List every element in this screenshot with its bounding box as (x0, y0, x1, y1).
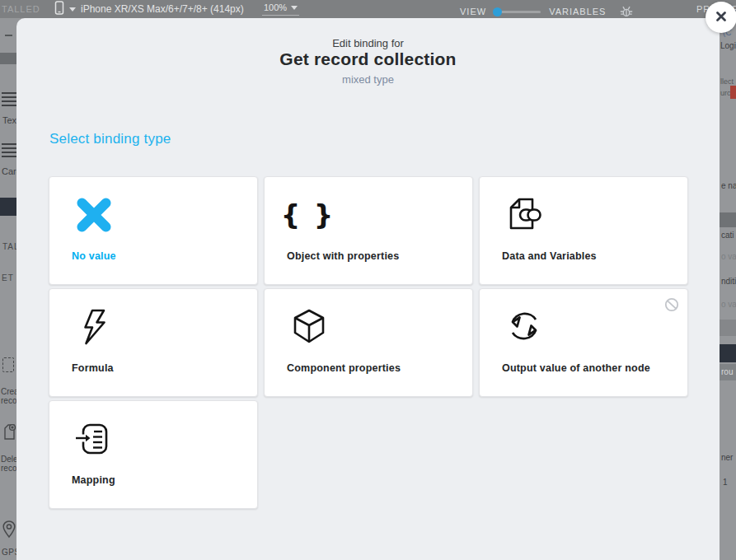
fragment-dark-row (0, 198, 16, 216)
gps-pin-icon (2, 520, 16, 542)
chevron-down-icon (69, 7, 76, 12)
binding-card-label: Formula (72, 362, 114, 374)
binding-card-output-value-of-another-node[interactable]: Output value of another node (479, 288, 688, 397)
view-label: VIEW (460, 7, 486, 16)
text-node-icon (2, 92, 16, 106)
fragment-rou: rou (721, 367, 733, 376)
variables-label: VARIABLES (549, 7, 606, 16)
fragment-dark-row (720, 344, 736, 362)
binding-card-label: No value (72, 250, 116, 262)
fragment-llect: llect (720, 77, 734, 86)
cycle-arrows-icon (501, 304, 547, 350)
close-icon (715, 10, 728, 26)
fragment-cati: cati (721, 231, 734, 240)
debug-bug-icon[interactable] (619, 4, 634, 19)
cube-icon (286, 304, 332, 350)
phone-icon (54, 1, 64, 18)
braces-icon: { } (286, 192, 332, 238)
binding-card-label: Object with properties (287, 250, 399, 262)
gps-label: GPS (2, 548, 16, 557)
binding-card-label: Data and Variables (502, 250, 597, 262)
zoom-value: 100% (264, 2, 287, 12)
binding-card-label: Output value of another node (502, 362, 650, 374)
fragment-ner: ner (721, 453, 733, 462)
not-available-icon (664, 297, 679, 315)
dimmed-left-panel: Tex Card TAL ET Creat recor Delet recor … (0, 18, 16, 560)
section-fragment-et: ET (2, 273, 14, 282)
node-label-text: Tex (2, 115, 16, 125)
fragment-logi: Logi (720, 41, 736, 50)
fragment-no-value-1: o val (721, 252, 736, 261)
view-variables-toggle[interactable] (495, 11, 541, 13)
zoom-selector[interactable]: 100% (262, 2, 299, 16)
modal-eyebrow: Edit binding for (16, 37, 720, 49)
x-icon (71, 192, 117, 238)
binding-card-object-with-properties[interactable]: { } Object with properties (264, 176, 473, 285)
toolbar-clipped-left-label: TALLED (2, 4, 40, 14)
binding-card-formula[interactable]: Formula (49, 288, 258, 397)
binding-card-mapping[interactable]: Mapping (49, 400, 258, 509)
fragment-nditi: nditi (721, 277, 736, 286)
fragment-row (720, 212, 736, 227)
binding-card-component-properties[interactable]: Component properties (264, 288, 473, 397)
fragment-no-value-2: o val (721, 300, 736, 309)
binding-card-label: Component properties (287, 362, 401, 374)
create-record-label-1: Creat (1, 387, 16, 396)
edit-binding-modal: Edit binding for Get record collection m… (16, 18, 720, 560)
toolbar-right-group: VIEW VARIABLES (460, 4, 634, 19)
fragment-row (0, 53, 16, 64)
toggle-dot (493, 7, 502, 16)
mapping-icon (71, 416, 117, 462)
card-node-icon (2, 143, 16, 157)
device-toolbar: TALLED iPhone XR/XS Max/6+/7+/8+ (414px)… (0, 0, 736, 18)
section-heading: Select binding type (49, 131, 171, 147)
binding-card-no-value[interactable]: No value (49, 176, 258, 285)
node-label-card: Card (2, 166, 16, 176)
chevron-down-icon (291, 6, 298, 10)
close-button[interactable] (706, 2, 736, 33)
error-indicator-bar (730, 86, 736, 99)
device-name-label: iPhone XR/XS Max/6+/7+/8+ (414px) (81, 3, 244, 15)
delete-record-label-2: recor (1, 464, 16, 473)
fragment-row (720, 320, 736, 336)
fragment-dash (5, 35, 12, 36)
fragment-e-na: e na (721, 181, 736, 190)
delete-record-icon (2, 423, 16, 445)
modal-subtitle: mixed type (16, 73, 720, 86)
section-fragment-tal: TAL (2, 242, 16, 251)
lightning-icon (71, 304, 117, 350)
binding-type-grid: No value { } Object with properties Data… (49, 176, 688, 509)
modal-title: Get record collection (16, 49, 720, 69)
dimmed-right-panel: (C Logi llect urce. e na cati o val ndit… (720, 18, 736, 560)
document-link-icon (501, 192, 547, 238)
binding-card-data-and-variables[interactable]: Data and Variables (479, 176, 688, 285)
device-selector[interactable]: iPhone XR/XS Max/6+/7+/8+ (414px) (54, 1, 244, 17)
binding-card-label: Mapping (72, 474, 115, 486)
delete-record-label-1: Delet (1, 455, 16, 464)
fragment-one: 1 (723, 478, 728, 487)
create-record-icon (2, 357, 14, 372)
create-record-label-2: recor (1, 396, 16, 405)
